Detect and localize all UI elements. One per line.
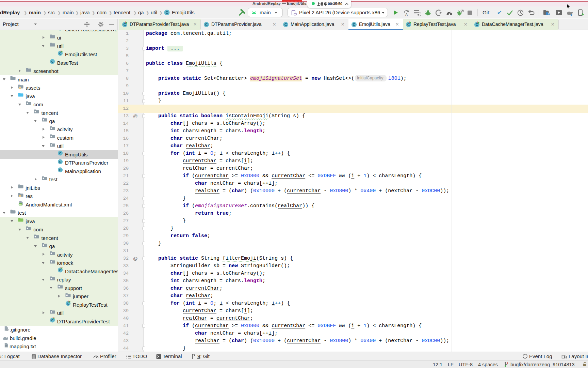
svg-text:C: C xyxy=(59,268,61,272)
svg-text:A: A xyxy=(405,13,408,16)
svg-text:C: C xyxy=(59,160,61,164)
svg-text:C: C xyxy=(59,151,61,155)
svg-text:C: C xyxy=(67,302,69,305)
svg-text:MF: MF xyxy=(19,203,22,205)
svg-text:C: C xyxy=(284,22,287,27)
svg-text:C: C xyxy=(205,22,208,27)
svg-text:C: C xyxy=(51,318,53,322)
svg-text:C: C xyxy=(353,22,356,27)
svg-text:C: C xyxy=(59,51,61,55)
svg-text:C: C xyxy=(166,11,168,15)
svg-text:C: C xyxy=(59,168,61,172)
svg-text:C: C xyxy=(51,60,53,63)
